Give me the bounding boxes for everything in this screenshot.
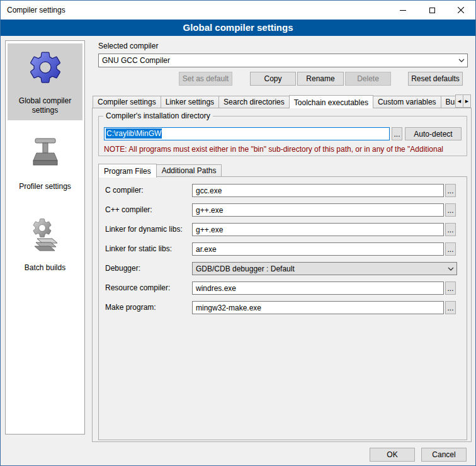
selected-compiler-label: Selected compiler [98, 42, 158, 50]
tab-scroll-right-button[interactable]: ▶ [463, 94, 471, 108]
toolchain-executables-panel: Compiler's installation directory C:\ray… [92, 108, 472, 442]
scroll-right-icon: ▶ [465, 99, 468, 104]
sidebar-item-batch-builds[interactable]: Batch builds [8, 210, 82, 278]
window-title: Compiler settings [7, 1, 65, 20]
dialog-header: Global compiler settings [1, 20, 475, 36]
installation-directory-selected-text: C:\raylib\MinGW [106, 128, 162, 139]
installation-directory-browse-button[interactable]: ... [392, 127, 402, 140]
tab-search-directories[interactable]: Search directories [218, 96, 290, 108]
field-row-make-program: Make program: ... [99, 301, 467, 314]
linker-dynamic-browse-button[interactable]: ... [445, 223, 456, 236]
window-controls [388, 1, 475, 20]
make-program-input[interactable] [192, 301, 444, 314]
field-row-debugger: Debugger: GDB/CDB debugger : Default [99, 262, 467, 275]
maximize-button[interactable] [417, 1, 446, 20]
tab-program-files[interactable]: Program Files [98, 164, 157, 178]
cpp-compiler-input[interactable] [192, 203, 444, 217]
debugger-select[interactable]: GDB/CDB debugger : Default [192, 262, 457, 275]
linker-static-browse-button[interactable]: ... [445, 242, 456, 256]
debugger-select-value: GDB/CDB debugger : Default [193, 264, 445, 273]
profiler-tool-icon [9, 133, 81, 173]
minimize-icon [400, 10, 406, 11]
gear-stack-icon [9, 214, 81, 254]
maximize-icon [429, 8, 435, 13]
tab-custom-variables[interactable]: Custom variables [373, 96, 441, 108]
resource-compiler-browse-button[interactable]: ... [445, 281, 456, 295]
resource-compiler-input[interactable] [192, 281, 444, 295]
debugger-label: Debugger: [105, 262, 140, 275]
tab-additional-paths[interactable]: Additional Paths [156, 164, 222, 176]
compiler-select-value: GNU GCC Compiler [99, 56, 456, 65]
installation-directory-group: Compiler's installation directory C:\ray… [98, 116, 467, 156]
rename-button[interactable]: Rename [297, 72, 344, 86]
c-compiler-input[interactable] [192, 184, 444, 197]
tab-linker-settings[interactable]: Linker settings [161, 96, 219, 108]
chevron-down-icon [456, 54, 467, 67]
chevron-down-icon [445, 263, 456, 275]
cpp-compiler-browse-button[interactable]: ... [445, 203, 456, 217]
field-row-linker-static: Linker for static libs: ... [99, 242, 467, 256]
tab-strip: Compiler settings Linker settings Search… [93, 94, 455, 108]
gear-blue-icon [9, 47, 81, 88]
tab-scroll-buttons: ◀ ▶ [455, 94, 470, 108]
cancel-button[interactable]: Cancel [421, 448, 467, 462]
field-row-cpp-compiler: C++ compiler: ... [99, 203, 467, 217]
auto-detect-button[interactable]: Auto-detect [405, 127, 462, 140]
tab-build-truncated[interactable]: Buil [441, 96, 455, 108]
sidebar-item-global-compiler-settings[interactable]: Global compiler settings [8, 43, 82, 120]
sidebar-item-profiler-settings[interactable]: Profiler settings [8, 129, 82, 196]
installation-directory-group-title: Compiler's installation directory [103, 111, 213, 120]
c-compiler-browse-button[interactable]: ... [445, 184, 456, 197]
tab-compiler-settings[interactable]: Compiler settings [93, 96, 161, 108]
copy-button[interactable]: Copy [250, 72, 296, 86]
installation-directory-input[interactable]: C:\raylib\MinGW [104, 127, 390, 140]
minimize-button[interactable] [388, 1, 417, 20]
field-row-c-compiler: C compiler: ... [99, 184, 467, 197]
sidebar-item-label: Profiler settings [9, 182, 81, 191]
program-tabs: Program Files Additional Paths [98, 162, 221, 177]
close-button[interactable] [446, 1, 475, 20]
set-as-default-button: Set as default [179, 72, 232, 86]
sidebar-item-label: Batch builds [9, 263, 81, 273]
reset-defaults-button[interactable]: Reset defaults [408, 72, 463, 86]
close-icon [458, 7, 464, 13]
titlebar: Compiler settings [1, 1, 475, 20]
make-program-label: Make program: [105, 301, 156, 314]
sidebar: Global compiler settings Profiler settin… [5, 40, 85, 435]
compiler-select[interactable]: GNU GCC Compiler [98, 54, 468, 67]
program-files-panel: C compiler: ... C++ compiler: ... Linker… [98, 176, 467, 440]
tab-toolchain-executables[interactable]: Toolchain executables [289, 95, 373, 108]
cpp-compiler-label: C++ compiler: [105, 203, 152, 217]
ok-button[interactable]: OK [370, 448, 415, 462]
linker-dynamic-input[interactable] [192, 223, 444, 236]
resource-compiler-label: Resource compiler: [105, 281, 170, 295]
linker-static-input[interactable] [192, 242, 444, 256]
delete-button: Delete [345, 72, 391, 86]
scroll-left-icon: ◀ [458, 99, 461, 104]
installation-directory-note: NOTE: All programs must exist either in … [104, 145, 467, 154]
field-row-linker-dynamic: Linker for dynamic libs: ... [99, 223, 467, 236]
c-compiler-label: C compiler: [105, 184, 144, 197]
sidebar-item-label: Global compiler settings [9, 96, 81, 115]
field-row-resource-compiler: Resource compiler: ... [99, 281, 467, 295]
linker-static-label: Linker for static libs: [105, 242, 172, 256]
make-program-browse-button[interactable]: ... [445, 301, 456, 314]
linker-dynamic-label: Linker for dynamic libs: [105, 223, 183, 236]
